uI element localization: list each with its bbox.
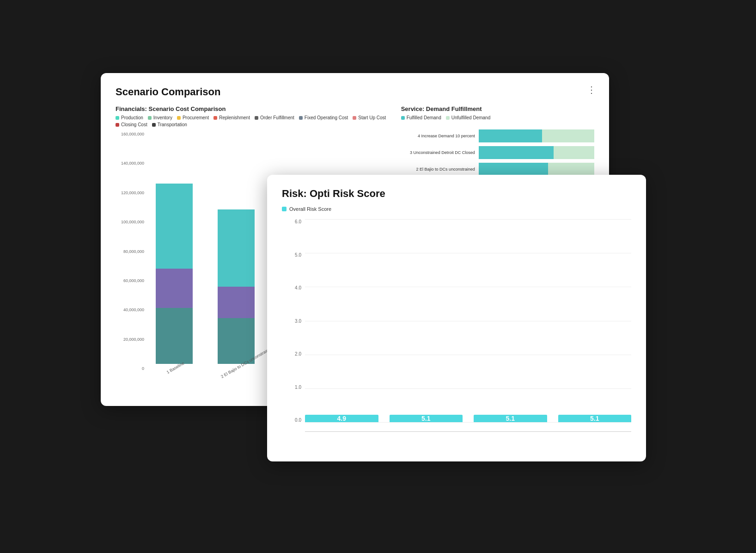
risk-bar-value-1: 4.9 [337,415,346,422]
horiz-bar-filled-1 [479,129,543,142]
legend-replenishment-label: Replenishment [219,115,250,120]
horiz-bar-track-2 [479,146,594,159]
risk-y-1: 1.0 [295,385,301,390]
bar-group-elbajio: 2 El Bajio to DCs unconstrained [210,188,262,371]
legend-item-inventory: Inventory [148,115,172,120]
y-label-40m: 40,000,000 [123,307,144,312]
legend-item-production: Production [116,115,143,120]
risk-y-2: 2.0 [295,351,301,356]
legend-fulfilled: Fulfilled Demand [401,115,441,120]
legend-item-startup: Start Up Cost [353,115,386,120]
legend-startup-label: Start Up Cost [358,115,386,120]
scenario-comparison-title: Scenario Comparison [116,86,594,98]
legend-fulfilled-label: Fulfilled Demand [407,115,441,120]
y-label-140m: 140,000,000 [121,161,144,166]
y-label-20m: 20,000,000 [123,337,144,342]
startup-dot [353,116,356,120]
bar-group-baseline: 1 Baseline [148,184,201,371]
horiz-bar-row-1: 4 Increase Demand 10 percent [401,129,594,142]
production-dot [116,116,119,120]
stacked-bar-elbajio [218,188,255,364]
service-legend: Fulfilled Demand Unfulfilled Demand [401,115,594,120]
legend-procurement-label: Procurement [183,115,209,120]
horiz-bar-filled-2 [479,146,554,159]
scene: Scenario Comparison ⋮ Financials: Scenar… [101,45,655,508]
y-label-160m: 160,000,000 [121,132,144,136]
more-menu-button[interactable]: ⋮ [587,84,596,95]
horiz-bar-unfilled-3 [548,163,594,176]
risk-bar-3: 5.1 [474,415,547,422]
financials-y-axis: 0 20,000,000 40,000,000 60,000,000 80,00… [116,132,147,371]
transportation-dot [152,123,156,127]
risk-y-3: 3.0 [295,319,301,324]
legend-fixed-op-label: Fixed Operating Cost [305,115,348,120]
order-fulfillment-dot [255,116,258,120]
bar-segment-mid-2 [218,287,255,318]
risk-bar-col-3: 5.1 [474,415,547,422]
legend-item-procurement: Procurement [177,115,209,120]
legend-item-transportation: Transportation [152,122,187,127]
risk-title: Risk: Opti Risk Score [282,188,631,200]
unfulfilled-dot [446,116,450,120]
bar-segment-top-1 [156,308,193,364]
horiz-bar-row-3: 2 El Bajio to DCs unconstrained [401,163,594,176]
risk-card: Risk: Opti Risk Score Overall Risk Score… [267,175,646,461]
closing-dot [116,123,119,127]
stacked-bar-baseline [156,184,193,364]
risk-bar-value-2: 5.1 [421,415,430,422]
legend-unfulfilled: Unfulfilled Demand [446,115,491,120]
bar-segment-bot-1 [156,184,193,268]
horiz-bar-track-1 [479,129,594,142]
bar-segment-bot-2 [218,209,255,287]
horiz-bar-unfilled-1 [542,129,594,142]
legend-production-label: Production [121,115,143,120]
risk-bar-1: 4.9 [305,415,378,422]
procurement-dot [177,116,181,120]
risk-legend-dot [282,207,287,211]
horiz-bar-unfilled-2 [554,146,594,159]
risk-y-4: 4.0 [295,285,301,290]
risk-legend-label: Overall Risk Score [289,206,331,212]
horiz-bar-label-1: 4 Increase Demand 10 percent [401,134,475,138]
legend-inventory-label: Inventory [153,115,172,120]
legend-item-fixed-op: Fixed Operating Cost [299,115,348,120]
fixed-op-dot [299,116,303,120]
horiz-bar-track-3 [479,163,594,176]
y-label-60m: 60,000,000 [123,278,144,283]
inventory-dot [148,116,152,120]
risk-bar-value-4: 5.1 [590,415,599,422]
risk-y-axis: 0.0 1.0 2.0 3.0 4.0 5.0 6.0 [282,219,304,423]
replenishment-dot [213,116,217,120]
horiz-bar-filled-3 [479,163,548,176]
y-label-80m: 80,000,000 [123,249,144,254]
risk-bar-col-1: 4.9 [305,415,378,422]
financials-title: Financials: Scenario Cost Comparison [116,105,386,112]
bar-segment-mid-1 [156,269,193,308]
y-label-120m: 120,000,000 [121,190,144,195]
horiz-bar-label-3: 2 El Bajio to DCs unconstrained [401,167,475,172]
fulfilled-dot [401,116,405,120]
financials-legend: Production Inventory Procurement Repleni… [116,115,386,127]
risk-bar-col-4: 5.1 [558,415,632,422]
legend-item-closing: Closing Cost [116,122,147,127]
risk-bars: 4.9 5.1 5.1 5.1 [305,219,631,432]
risk-y-5: 5.0 [295,252,301,258]
risk-bar-col-2: 5.1 [390,415,463,422]
risk-bar-value-3: 5.1 [506,415,515,422]
risk-y-6: 6.0 [295,219,301,224]
legend-order-fulfillment-label: Order Fulfillment [260,115,294,120]
legend-item-replenishment: Replenishment [213,115,250,120]
legend-unfulfilled-label: Unfulfilled Demand [451,115,491,120]
y-label-100m: 100,000,000 [121,220,144,224]
risk-bar-2: 5.1 [390,415,463,422]
y-label-0: 0 [142,366,144,371]
legend-transportation-label: Transportation [158,122,187,127]
risk-chart: 0.0 1.0 2.0 3.0 4.0 5.0 6.0 [282,219,631,432]
legend-closing-label: Closing Cost [121,122,147,127]
horiz-bar-row-2: 3 Unconstrained Detroit DC Closed [401,146,594,159]
service-title: Service: Demand Fulfillment [401,105,594,112]
legend-item-order-fulfillment: Order Fulfillment [255,115,294,120]
risk-y-0: 0.0 [295,418,301,423]
risk-legend: Overall Risk Score [282,206,631,212]
bar-segment-top-2 [218,318,255,364]
